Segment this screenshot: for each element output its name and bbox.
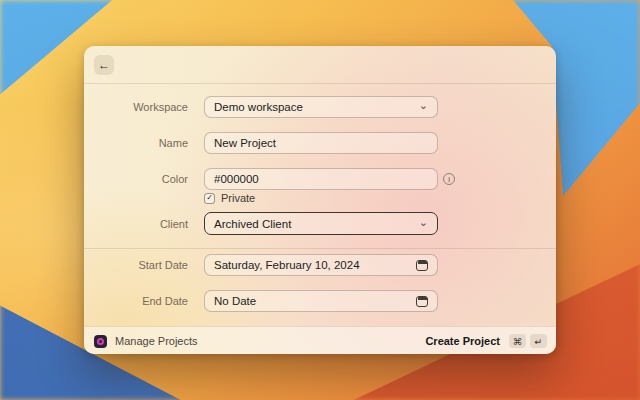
end-date-picker[interactable]: No Date xyxy=(204,290,438,312)
create-project-action[interactable]: Create Project ⌘ ↵ xyxy=(425,334,547,348)
client-value: Archived Client xyxy=(214,218,419,230)
calendar-icon xyxy=(416,296,428,307)
private-checkbox[interactable]: ✓ Private xyxy=(204,192,255,204)
form-row-start-date: Start Date Saturday, February 10, 2024 xyxy=(100,254,556,276)
cmd-key-icon: ⌘ xyxy=(509,334,526,348)
app-icon-ring xyxy=(97,338,104,345)
checkbox-checked-icon: ✓ xyxy=(204,193,215,204)
app-icon xyxy=(94,335,107,348)
form-row-workspace: Workspace Demo workspace ⌄ xyxy=(100,96,556,118)
chevron-down-icon: ⌄ xyxy=(419,217,428,228)
client-label: Client xyxy=(100,218,188,230)
color-input[interactable]: #000000 xyxy=(204,168,438,190)
window-header: ← xyxy=(84,46,556,84)
color-label: Color xyxy=(100,173,188,185)
name-input[interactable]: New Project xyxy=(204,132,438,154)
form-row-private: ✓ Private xyxy=(100,192,556,204)
client-dropdown[interactable]: Archived Client ⌄ xyxy=(204,212,438,235)
form-row-client: Client Archived Client ⌄ xyxy=(100,212,556,235)
form-section-main: Workspace Demo workspace ⌄ Name New Proj… xyxy=(84,84,556,248)
chevron-down-icon: ⌄ xyxy=(419,100,428,111)
back-button[interactable]: ← xyxy=(94,55,114,75)
start-date-value: Saturday, February 10, 2024 xyxy=(214,259,416,271)
form-row-color: Color #000000 i xyxy=(100,168,556,190)
end-date-value: No Date xyxy=(214,295,416,307)
workspace-value: Demo workspace xyxy=(214,101,419,113)
workspace-label: Workspace xyxy=(100,101,188,113)
color-value: #000000 xyxy=(214,173,428,185)
name-value: New Project xyxy=(214,137,428,149)
workspace-dropdown[interactable]: Demo workspace ⌄ xyxy=(204,96,438,118)
form-row-name: Name New Project xyxy=(100,132,556,154)
end-date-label: End Date xyxy=(100,295,188,307)
create-project-window: ← Workspace Demo workspace ⌄ Name New Pr… xyxy=(84,46,556,354)
footer-app-name: Manage Projects xyxy=(115,335,198,347)
form-section-dates: Start Date Saturday, February 10, 2024 E… xyxy=(84,249,556,326)
back-arrow-icon: ← xyxy=(98,58,110,72)
name-label: Name xyxy=(100,137,188,149)
create-project-label: Create Project xyxy=(425,335,500,347)
private-label: Private xyxy=(221,192,255,204)
spacer xyxy=(84,235,556,248)
form-row-end-date: End Date No Date xyxy=(100,290,556,312)
calendar-icon xyxy=(416,260,428,271)
start-date-picker[interactable]: Saturday, February 10, 2024 xyxy=(204,254,438,276)
info-icon: i xyxy=(443,173,455,185)
footer-bar: Manage Projects Create Project ⌘ ↵ xyxy=(84,326,556,354)
enter-key-icon: ↵ xyxy=(530,334,547,348)
footer-app-info: Manage Projects xyxy=(94,335,198,348)
start-date-label: Start Date xyxy=(100,259,188,271)
